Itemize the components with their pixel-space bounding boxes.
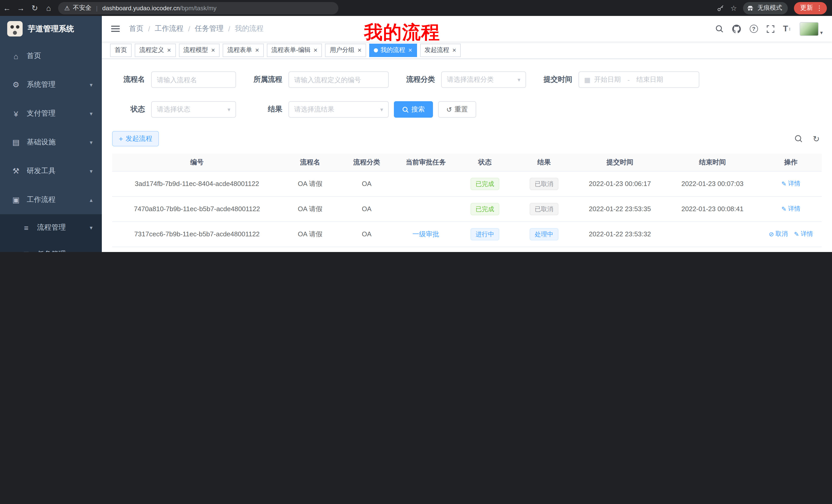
process-name-label: 流程名 — [112, 75, 145, 84]
cell-name: OA 请假 — [282, 221, 338, 247]
status-select[interactable]: 请选择状态 ▾ — [151, 101, 236, 118]
category-label: 流程分类 — [394, 75, 435, 84]
tab-process-form-edit[interactable]: 流程表单-编辑× — [267, 44, 322, 57]
result-select[interactable]: 请选择流结果 ▾ — [288, 101, 389, 118]
cell-actions: ✎详情 — [760, 171, 822, 196]
fullscreen-icon[interactable] — [766, 25, 774, 33]
end-date-placeholder[interactable]: 结束日期 — [636, 75, 663, 84]
plus-icon: + — [119, 135, 123, 143]
address-bar[interactable]: ⚠ 不安全 | dashboard.yudao.iocoder.cn/bpm/t… — [58, 2, 338, 14]
category-select[interactable]: 请选择流程分类 ▾ — [441, 72, 526, 88]
browser-home-icon[interactable]: ⌂ — [42, 4, 55, 12]
filter-process-name: 流程名 — [112, 72, 236, 88]
help-icon[interactable]: ? — [750, 25, 758, 33]
sidebar-item-label: 基础设施 — [27, 138, 55, 147]
hamburger-icon[interactable] — [110, 24, 121, 34]
close-icon[interactable]: × — [211, 47, 215, 53]
cell-end-time — [665, 221, 760, 247]
column-header: 提交时间 — [575, 153, 665, 171]
close-icon[interactable]: × — [408, 47, 412, 53]
detail-action[interactable]: ✎详情 — [781, 179, 800, 188]
key-icon[interactable] — [717, 4, 724, 11]
result-badge: 已取消 — [530, 177, 558, 190]
chevron-down-icon: ▾ — [518, 76, 520, 83]
close-icon[interactable]: × — [167, 47, 171, 53]
sidebar-item-task-manage[interactable]: ⊞任务管理▴ — [0, 241, 102, 252]
refresh-icon[interactable]: ↻ — [813, 134, 820, 144]
search-icon[interactable] — [715, 25, 723, 33]
sidebar-item-label: 工作流程 — [27, 195, 55, 204]
submit-time-range-picker[interactable]: ▦ 开始日期 - 结束日期 — [578, 72, 699, 88]
sidebar-item-workflow[interactable]: ▣工作流程▴ — [0, 186, 102, 214]
edit-icon: ✎ — [794, 230, 799, 237]
user-avatar[interactable]: ▾ — [800, 22, 823, 36]
tab-process-form[interactable]: 流程表单× — [223, 44, 263, 57]
start-process-button[interactable]: + 发起流程 — [112, 131, 159, 146]
close-icon[interactable]: × — [255, 47, 259, 53]
process-name-input[interactable] — [151, 72, 236, 88]
table-row: 7470a810-7b9b-11ec-b5b7-acde48001122OA 请… — [112, 196, 822, 221]
result-select-placeholder: 请选择流结果 — [294, 105, 334, 114]
detail-action[interactable]: ✎详情 — [794, 230, 813, 239]
current-task-link[interactable]: 一级审批 — [412, 230, 439, 237]
logo-row[interactable]: 芋道管理系统 — [0, 16, 102, 41]
tab-my-process[interactable]: 我的流程× — [369, 44, 417, 57]
process-name-input-field[interactable] — [157, 76, 230, 83]
breadcrumb-item[interactable]: 任务管理 — [195, 24, 224, 33]
sidebar-item-system[interactable]: ⚙系统管理▾ — [0, 71, 102, 99]
breadcrumb-item[interactable]: 工作流程 — [155, 24, 184, 33]
reload-icon[interactable]: ↻ — [28, 3, 42, 12]
address-divider: | — [96, 4, 98, 11]
cell-result: 处理中 — [513, 221, 575, 247]
app-title: 芋道管理系统 — [28, 24, 74, 34]
github-icon[interactable] — [732, 24, 741, 33]
close-icon[interactable]: × — [452, 47, 456, 53]
security-label: 不安全 — [73, 4, 92, 12]
column-header: 结束时间 — [665, 153, 760, 171]
sidebar-item-home[interactable]: ⌂首页 — [0, 41, 102, 71]
sidebar-item-payment[interactable]: ¥支付管理▾ — [0, 99, 102, 128]
process-manage-icon: ≡ — [21, 223, 32, 232]
edit-icon: ✎ — [781, 180, 786, 187]
update-button[interactable]: 更新 ⋮ — [794, 2, 827, 14]
chevron-down-icon: ▾ — [90, 110, 93, 117]
font-size-icon[interactable]: T↕ — [783, 24, 791, 33]
table-body: 3ad174fb-7b9d-11ec-8404-acde48001122OA 请… — [112, 171, 822, 252]
tab-user-group[interactable]: 用户分组× — [325, 44, 366, 57]
bookmark-star-icon[interactable]: ☆ — [730, 4, 737, 12]
url-path: /bpm/task/my — [180, 4, 216, 11]
cell-current-task: 一级审批 — [395, 221, 457, 247]
filter-row-2: 状态 请选择状态 ▾ 结果 请选择流结果 ▾ — [112, 101, 822, 118]
url-text: dashboard.yudao.iocoder.cn/bpm/task/my — [102, 4, 216, 11]
table-header-row: 编号流程名流程分类当前审批任务状态结果提交时间结束时间操作 — [112, 153, 822, 171]
tab-process-model[interactable]: 流程模型× — [179, 44, 219, 57]
infrastructure-icon: ▤ — [10, 138, 22, 147]
sidebar-item-infrastructure[interactable]: ▤基础设施▾ — [0, 128, 102, 157]
close-icon[interactable]: × — [314, 47, 317, 53]
forward-icon[interactable]: → — [14, 4, 28, 12]
edit-icon: ✎ — [781, 205, 786, 213]
sidebar-item-devtools[interactable]: ⚒研发工具▾ — [0, 157, 102, 186]
cancel-icon: ⊘ — [769, 230, 774, 237]
show-search-icon[interactable] — [794, 135, 802, 143]
start-date-placeholder[interactable]: 开始日期 — [594, 75, 621, 84]
sidebar-item-process-manage[interactable]: ≡流程管理▾ — [0, 214, 102, 241]
process-definition-input[interactable] — [288, 72, 389, 88]
search-button[interactable]: 搜索 — [394, 101, 433, 118]
back-icon[interactable]: ← — [0, 4, 14, 12]
cancel-action[interactable]: ⊘取消 — [769, 230, 788, 239]
breadcrumb-item[interactable]: 首页 — [129, 24, 144, 33]
process-definition-input-field[interactable] — [294, 76, 383, 83]
tab-home[interactable]: 首页 — [110, 44, 132, 57]
cell-id: 7317cec6-7b9b-11ec-b5b7-acde48001122 — [112, 221, 282, 247]
tab-process-definition[interactable]: 流程定义× — [135, 44, 176, 57]
browser-menu-icon[interactable]: ⋮ — [816, 4, 823, 12]
browser-chrome: ← → ↻ ⌂ ⚠ 不安全 | dashboard.yudao.iocoder.… — [0, 0, 832, 16]
reset-button[interactable]: ↺ 重置 — [438, 101, 476, 118]
tab-start-process[interactable]: 发起流程× — [420, 44, 461, 57]
close-icon[interactable]: × — [358, 47, 362, 53]
detail-action[interactable]: ✎详情 — [781, 204, 800, 213]
breadcrumb: 首页/工作流程/任务管理/我的流程 — [129, 24, 263, 33]
sidebar-menu: ⌂首页⚙系统管理▾¥支付管理▾▤基础设施▾⚒研发工具▾▣工作流程▴≡流程管理▾⊞… — [0, 41, 102, 252]
active-tab-dot-icon — [374, 48, 378, 52]
